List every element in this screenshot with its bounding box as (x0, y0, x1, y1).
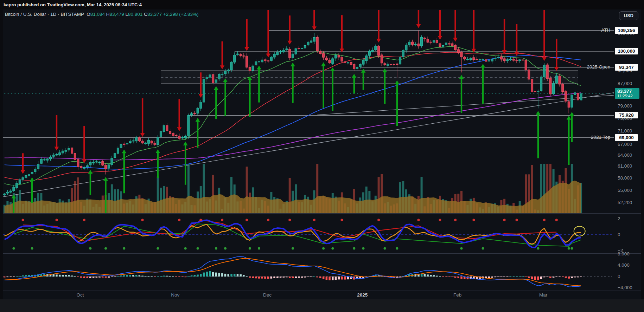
current-price-tag: 83,377 11:25:42 (615, 88, 639, 99)
high-value: 83,479 (109, 12, 124, 17)
change-value: +2,298 (+2.83%) (163, 12, 199, 17)
price-line-tag: 93,347 (615, 64, 638, 71)
macd-tick: 4,000 (618, 262, 630, 268)
time-axis-label: Feb (451, 292, 465, 298)
price-tick: 58,000 (618, 175, 632, 181)
pane-separator-3 (3, 291, 641, 291)
candle-countdown: 11:25:42 (617, 94, 639, 98)
price-line-note: 2021 Top (591, 135, 612, 140)
low-value: 80,801 (128, 12, 142, 17)
time-axis-label: Nov (168, 292, 182, 298)
pane-separator-1[interactable] (3, 213, 641, 214)
macd-tick: 8,000 (618, 251, 630, 256)
price-axis-border (614, 9, 614, 299)
current-price-value: 83,377 (617, 89, 639, 94)
price-tick: 55,000 (618, 188, 632, 193)
macd-tick: 0 (618, 274, 620, 279)
bottom-bar: TradingView (0, 299, 644, 312)
symbol-legend: Bitcoin / U.S. Dollar · 1D · BITSTAMP O8… (5, 12, 199, 17)
chart-canvas[interactable] (0, 0, 644, 312)
oscillator-tick: 0 (618, 232, 620, 237)
open-value: 81,084 (90, 12, 105, 17)
pane-separator-2[interactable] (3, 253, 641, 254)
open-key: O (87, 12, 90, 17)
tradingview-published-chart: kapro published on TradingView.com, Mar … (0, 0, 644, 312)
price-tick: 71,000 (618, 128, 632, 134)
close-key: C (144, 12, 147, 17)
price-line-note: ATH (601, 27, 612, 33)
price-line-tag: 109,356 (615, 27, 638, 34)
time-axis-label: 2025 (355, 292, 369, 298)
price-line-tag: 69,000 (615, 134, 638, 141)
time-axis-label: Dec (260, 292, 274, 298)
time-axis-label: Oct (73, 292, 87, 298)
macd-tick: −4,000 (618, 285, 632, 290)
interval-label: 1D (50, 12, 56, 17)
price-tick: 61,000 (618, 163, 632, 169)
time-axis-label: Mar (536, 292, 550, 298)
price-line-tag: 75,928 (615, 112, 638, 118)
price-line-note: 2025 Open (587, 64, 612, 70)
price-tick: 67,000 (618, 142, 632, 147)
currency-toggle-button[interactable]: USD (619, 11, 638, 20)
symbol-title: Bitcoin / U.S. Dollar (5, 12, 46, 17)
close-value: 83,377 (147, 12, 162, 17)
price-tick: 79,000 (618, 103, 632, 109)
price-tick: 52,200 (618, 200, 632, 205)
oscillator-tick: 2 (618, 216, 620, 221)
price-tick: 64,000 (618, 152, 632, 158)
price-tick: 87,000 (618, 81, 632, 86)
exchange-label: BITSTAMP (60, 12, 84, 17)
low-key: L (126, 12, 128, 17)
price-line-tag: 100,000 (615, 48, 638, 54)
